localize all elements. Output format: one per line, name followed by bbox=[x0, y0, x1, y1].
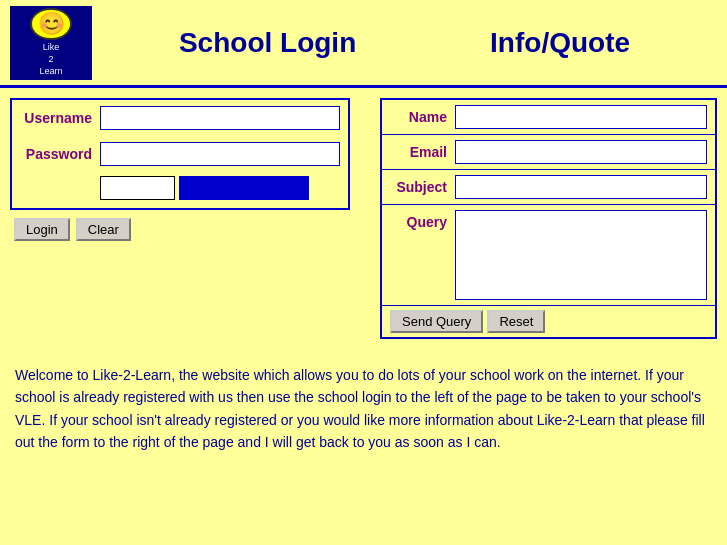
password-label: Password bbox=[20, 146, 100, 162]
info-buttons: Send Query Reset bbox=[382, 305, 715, 337]
email-input[interactable] bbox=[455, 140, 707, 164]
clear-button[interactable]: Clear bbox=[76, 218, 131, 241]
login-button[interactable]: Login bbox=[14, 218, 70, 241]
login-form: Username Password bbox=[10, 98, 350, 210]
school-login-title: School Login bbox=[179, 27, 356, 59]
password-row: Password bbox=[12, 136, 348, 172]
logo: 😊 Like 2 Learn bbox=[10, 6, 92, 80]
subject-label: Subject bbox=[390, 179, 455, 195]
email-label: Email bbox=[390, 144, 455, 160]
welcome-text: Welcome to Like-2-Learn, the website whi… bbox=[15, 364, 712, 454]
subject-input[interactable] bbox=[455, 175, 707, 199]
info-quote-title: Info/Quote bbox=[490, 27, 630, 59]
username-input[interactable] bbox=[100, 106, 340, 130]
reset-button[interactable]: Reset bbox=[487, 310, 545, 333]
username-label: Username bbox=[20, 110, 100, 126]
welcome-section: Welcome to Like-2-Learn, the website whi… bbox=[0, 349, 727, 464]
name-row: Name bbox=[382, 100, 715, 135]
info-form: Name Email Subject Query Send Query Rese… bbox=[380, 98, 717, 339]
name-input[interactable] bbox=[455, 105, 707, 129]
password-input[interactable] bbox=[100, 142, 340, 166]
query-label: Query bbox=[390, 210, 455, 230]
query-textarea[interactable] bbox=[455, 210, 707, 300]
main-content: Username Password Login Clear Name bbox=[0, 88, 727, 349]
login-buttons: Login Clear bbox=[10, 218, 370, 241]
captcha-image bbox=[179, 176, 309, 200]
captcha-input[interactable] bbox=[100, 176, 175, 200]
logo-text: Like 2 Learn bbox=[39, 42, 62, 77]
username-row: Username bbox=[12, 100, 348, 136]
name-label: Name bbox=[390, 109, 455, 125]
header: 😊 Like 2 Learn School Login Info/Quote bbox=[0, 0, 727, 88]
subject-row: Subject bbox=[382, 170, 715, 205]
login-panel: Username Password Login Clear bbox=[10, 98, 370, 339]
query-row: Query bbox=[382, 205, 715, 305]
send-query-button[interactable]: Send Query bbox=[390, 310, 483, 333]
captcha-row bbox=[12, 172, 348, 204]
email-row: Email bbox=[382, 135, 715, 170]
logo-smiley: 😊 bbox=[30, 8, 72, 41]
header-titles: School Login Info/Quote bbox=[92, 27, 717, 59]
